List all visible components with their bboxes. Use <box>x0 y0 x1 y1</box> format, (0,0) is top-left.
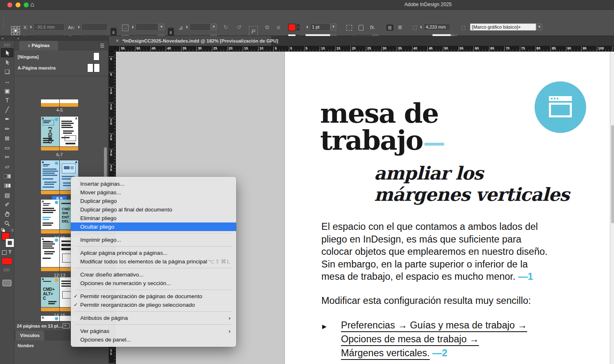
close-tab-icon[interactable]: × <box>116 38 119 44</box>
menu-item-mover-paginas[interactable]: Mover páginas... <box>71 188 236 197</box>
document-scrollbar-thumb[interactable] <box>611 125 614 223</box>
gap-tool[interactable]: ↔ <box>1 77 14 86</box>
pencil-tool[interactable]: ✏ <box>1 124 14 133</box>
hand-tool[interactable] <box>1 209 14 218</box>
rotate-cw-icon[interactable]: ↻ <box>223 25 228 30</box>
menu-item-eliminar-pliego[interactable]: Eliminar pliego <box>71 214 236 222</box>
type-tool[interactable]: T <box>1 96 14 105</box>
document-tab[interactable]: × *InDesignCC2025-Novedades.indd @ 182% … <box>109 36 272 46</box>
fill-color-swatch[interactable] <box>288 24 296 31</box>
scale-x-field[interactable] <box>135 23 158 31</box>
effects-icon[interactable]: fx. <box>370 25 375 30</box>
stroke-weight-stepper[interactable]: ▲▼ <box>305 23 309 31</box>
vertical-justify-center-icon[interactable]: ≣ <box>398 25 402 30</box>
scissors-tool[interactable]: ✂ <box>1 153 14 162</box>
gap-stepper[interactable]: ▲▼ <box>419 23 423 31</box>
x-field[interactable]: -30,6 mm <box>34 23 65 31</box>
tab-paginas[interactable]: ⇕Páginas <box>19 41 58 50</box>
width-stepper[interactable]: ▲▼ <box>77 23 81 31</box>
menu-item-permitir-reorganizacion-de-paginas-de-documento[interactable]: ✓Permitir reorganización de páginas de d… <box>71 292 236 301</box>
object-style-field[interactable]: [Marco gráfico básico]+ <box>470 23 536 31</box>
ruler-corner[interactable] <box>109 46 116 52</box>
document-page[interactable]: mesa de trabajo ampliar los márgenes ver… <box>284 52 610 364</box>
pen-tool[interactable]: ✒ <box>1 115 14 124</box>
menu-item-ocultar-pliego[interactable]: Ocultar pliego <box>71 222 236 231</box>
menu-item-opciones-de-numeracion-y-seccion[interactable]: Opciones de numeración y sección... <box>71 279 236 288</box>
page-thumbnail[interactable] <box>60 99 78 103</box>
zoom-window-button[interactable] <box>24 2 29 7</box>
fill-dropdown-icon[interactable]: › <box>296 24 300 31</box>
horizontal-ruler[interactable]: 5550454035302520151050510152025303540455… <box>116 46 614 52</box>
gap-field[interactable]: 4,233 mm <box>424 23 451 31</box>
stroke-weight-field[interactable]: 1 pt <box>310 23 330 31</box>
fitting-icon[interactable]: ⬚ <box>413 25 417 30</box>
page-thumbnail[interactable]: A <box>41 200 59 229</box>
direct-selection-tool[interactable] <box>1 58 14 67</box>
eyedropper-tool[interactable]: ✐ <box>1 200 14 209</box>
x-stepper[interactable]: ▲▼ <box>29 23 33 31</box>
screen-mode-icon[interactable] <box>2 280 11 286</box>
menu-item-crear-diseno-alternativo[interactable]: Crear diseño alternativo... <box>71 270 236 279</box>
apply-gradient-icon[interactable] <box>3 268 10 271</box>
menu-item-aplicar-pagina-principal-a-paginas[interactable]: Aplicar página principal a páginas... <box>71 249 236 257</box>
spread-visibility-icon[interactable] <box>63 323 70 328</box>
rotate-ccw-icon[interactable]: ↺ <box>237 25 242 30</box>
page-tool[interactable]: ❏ <box>1 67 14 76</box>
page-thumbnail[interactable]: A <box>41 160 59 190</box>
formatting-text-icon[interactable]: T <box>9 249 11 254</box>
collapse-panel-icon[interactable]: « <box>17 36 20 40</box>
menu-item-opciones-de-panel[interactable]: Opciones de panel... <box>71 335 236 344</box>
page-thumbnail[interactable]: ACMD+ALT+C <box>41 277 59 307</box>
page-thumbnail[interactable] <box>41 99 59 103</box>
formatting-container-icon[interactable] <box>2 250 7 255</box>
page-thumbnail[interactable]: ACMD+J <box>41 117 59 146</box>
scale-x-stepper[interactable]: ▲▼ <box>131 23 135 31</box>
menu-item-insertar-paginas[interactable]: Insertar páginas... <box>71 180 236 188</box>
page-thumbnail[interactable]: A <box>60 117 78 146</box>
panel-menu-icon[interactable]: ☰ <box>100 43 104 49</box>
toolbar-grip[interactable] <box>4 43 10 46</box>
rotation-stepper[interactable]: ▲▼ <box>185 23 189 31</box>
vertical-justify-top-icon[interactable]: ≣ <box>386 25 393 31</box>
rotation-dropdown-icon[interactable]: ▼ <box>211 23 217 31</box>
menu-item-permitir-reorganizacion-de-pliego-seleccionado[interactable]: ✓Permitir reorganización de pliego selec… <box>71 301 236 309</box>
gradient-feather-tool[interactable] <box>1 181 14 190</box>
panel-grip[interactable] <box>3 17 5 29</box>
spread-label[interactable]: 4-5 <box>41 108 78 112</box>
stroke-proxy-swatch[interactable] <box>6 239 14 247</box>
default-swatches-icon[interactable] <box>1 228 5 232</box>
width-field[interactable] <box>81 23 108 31</box>
scale-x-dropdown-icon[interactable]: ▼ <box>158 23 165 31</box>
swap-fill-stroke-icon[interactable]: ⤨ <box>11 228 14 233</box>
menu-item-atributos-de-pagina[interactable]: Atributos de página› <box>71 314 236 322</box>
note-tool[interactable]: ▤ <box>1 191 14 200</box>
corner-options-icon[interactable] <box>346 25 352 31</box>
menu-item-ver-paginas[interactable]: Ver páginas› <box>71 327 236 335</box>
selection-tool[interactable] <box>1 48 14 57</box>
object-style-dropdown-icon[interactable]: ▼ <box>536 23 542 31</box>
page-thumbnail[interactable]: A <box>41 316 59 321</box>
tab-vinculos[interactable]: Vínculos <box>16 330 44 340</box>
master-row-ninguna[interactable]: [Ninguna] <box>14 52 108 62</box>
close-window-button[interactable] <box>7 2 12 7</box>
document-scrollbar[interactable] <box>610 52 614 364</box>
home-icon[interactable]: ⌂ <box>30 1 34 8</box>
gradient-swatch-tool[interactable] <box>1 172 14 181</box>
stroke-weight-dropdown-icon[interactable]: ▼ <box>330 23 336 31</box>
flip-horizontal-icon[interactable]: → <box>122 25 129 31</box>
page-thumbnail[interactable]: A <box>41 237 59 267</box>
corner-shape-icon[interactable] <box>359 25 363 31</box>
menu-item-duplicar-pliego[interactable]: Duplicar pliego <box>71 197 236 205</box>
zoom-tool[interactable] <box>1 219 14 228</box>
reference-point-grid[interactable] <box>11 26 20 35</box>
apply-color-button[interactable] <box>2 258 12 265</box>
expand-tools-icon[interactable]: » <box>2 36 4 40</box>
line-tool[interactable]: ╱ <box>1 105 14 114</box>
menu-item-imprimir-pliego[interactable]: Imprimir pliego... <box>71 236 236 244</box>
select-container-icon[interactable]: ⧉ <box>265 25 269 30</box>
master-row-a-maestra[interactable]: A-Página maestra <box>14 63 108 73</box>
frame-tool[interactable]: ⊠ <box>1 134 14 143</box>
rectangle-tool[interactable]: ▭ <box>1 143 14 152</box>
menu-item-modificar-todos-los-elementos-de-la-pagina-principal[interactable]: Modificar todos los elementos de la pági… <box>71 257 236 266</box>
free-transform-tool[interactable]: ▱ <box>1 162 14 171</box>
